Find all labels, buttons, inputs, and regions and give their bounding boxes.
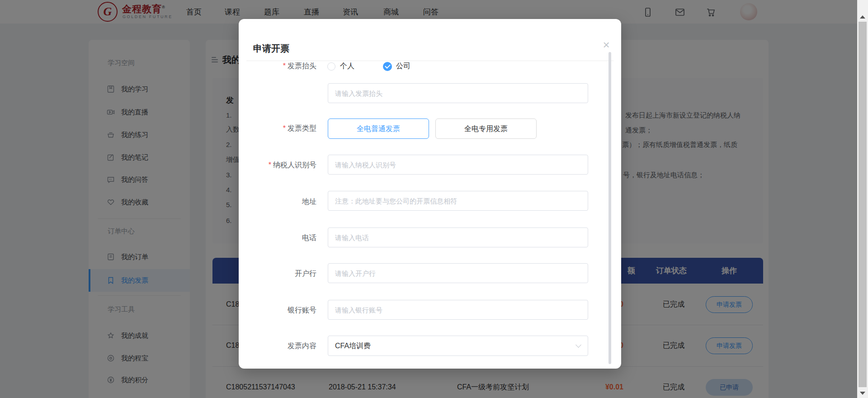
bank-account-input[interactable] — [328, 300, 588, 320]
screen: G 金程教育® GOLDEN FUTURE 首页 课程 题库 直播 资讯 商城 … — [0, 0, 868, 398]
field-label-phone: 电话 — [239, 233, 316, 243]
invoice-title-input[interactable] — [328, 83, 588, 103]
field-label-bank-account: 银行账号 — [239, 306, 316, 315]
field-label-address: 地址 — [239, 197, 316, 207]
scroll-down-arrow-icon[interactable] — [860, 392, 865, 395]
field-label-invoice-type: *发票类型 — [239, 124, 316, 133]
invoice-content-select[interactable]: CFA培训费 — [328, 336, 588, 356]
modal-scrollbar-thumb[interactable] — [609, 52, 611, 364]
page-scrollbar[interactable] — [857, 0, 868, 398]
tax-id-input[interactable] — [328, 155, 588, 175]
radio-company-label[interactable]: 公司 — [396, 62, 410, 71]
modal-title: 申请开票 — [253, 43, 289, 55]
required-asterisk: * — [283, 62, 286, 70]
required-asterisk: * — [283, 124, 286, 132]
radio-company-checked[interactable] — [383, 62, 392, 71]
close-icon[interactable]: × — [599, 37, 614, 52]
field-label-tax-id: *纳税人识别号 — [239, 161, 316, 170]
type-button-special-einvoice[interactable]: 全电专用发票 — [435, 118, 537, 139]
required-asterisk: * — [269, 161, 271, 169]
address-input[interactable] — [328, 191, 588, 211]
type-button-general-einvoice[interactable]: 全电普通发票 — [328, 118, 429, 139]
modal-header-divider — [246, 61, 613, 61]
scroll-up-arrow-icon[interactable] — [860, 15, 865, 19]
field-label-bank: 开户行 — [239, 269, 316, 279]
field-label-invoice-title: *发票抬头 — [239, 62, 316, 71]
field-label-invoice-content: 发票内容 — [239, 341, 316, 351]
chevron-down-icon — [576, 342, 581, 348]
scrollbar-thumb[interactable] — [859, 22, 867, 387]
radio-personal-label[interactable]: 个人 — [340, 62, 354, 71]
phone-input[interactable] — [328, 227, 588, 247]
select-value: CFA培训费 — [335, 336, 371, 355]
invoice-request-modal: 申请开票 × *发票抬头 个人 公司 *发票类型 全电普通发票 全电专用发票 *… — [239, 19, 621, 369]
bank-input[interactable] — [328, 263, 588, 283]
radio-personal[interactable] — [327, 62, 335, 71]
